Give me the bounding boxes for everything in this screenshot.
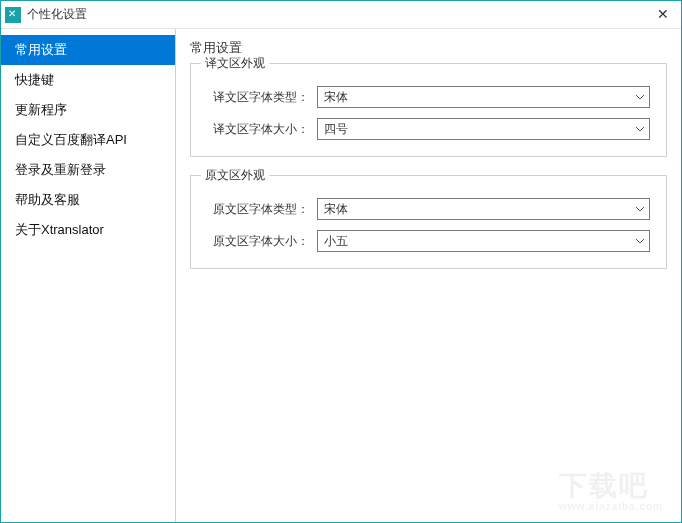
select-value: 小五 [324,233,348,250]
sidebar-item-3[interactable]: 自定义百度翻译API [1,125,175,155]
select-source-font-type[interactable]: 宋体 [317,198,650,220]
sidebar: 常用设置快捷键更新程序自定义百度翻译API登录及重新登录帮助及客服关于Xtran… [1,29,176,522]
sidebar-item-4[interactable]: 登录及重新登录 [1,155,175,185]
select-value: 宋体 [324,201,348,218]
label-source-font-size: 原文区字体大小： [207,233,317,250]
chevron-down-icon [635,124,645,134]
select-translation-font-type[interactable]: 宋体 [317,86,650,108]
watermark-sub: www.xiazaiba.com [559,501,663,512]
row-translation-font-type: 译文区字体类型： 宋体 [207,86,650,108]
group-legend-source: 原文区外观 [201,167,269,184]
watermark: 下载吧 www.xiazaiba.com [559,467,663,512]
group-source-appearance: 原文区外观 原文区字体类型： 宋体 原文区字体大小： 小五 [190,175,667,269]
chevron-down-icon [635,204,645,214]
group-translation-appearance: 译文区外观 译文区字体类型： 宋体 译文区字体大小： 四号 [190,63,667,157]
row-source-font-type: 原文区字体类型： 宋体 [207,198,650,220]
select-source-font-size[interactable]: 小五 [317,230,650,252]
window-title: 个性化设置 [27,6,651,23]
titlebar: 个性化设置 ✕ [1,1,681,29]
label-translation-font-type: 译文区字体类型： [207,89,317,106]
chevron-down-icon [635,92,645,102]
close-button[interactable]: ✕ [651,5,675,25]
window-body: 常用设置快捷键更新程序自定义百度翻译API登录及重新登录帮助及客服关于Xtran… [1,29,681,522]
chevron-down-icon [635,236,645,246]
select-value: 宋体 [324,89,348,106]
app-icon [5,7,21,23]
select-translation-font-size[interactable]: 四号 [317,118,650,140]
sidebar-item-1[interactable]: 快捷键 [1,65,175,95]
label-source-font-type: 原文区字体类型： [207,201,317,218]
settings-window: 个性化设置 ✕ 常用设置快捷键更新程序自定义百度翻译API登录及重新登录帮助及客… [0,0,682,523]
sidebar-item-2[interactable]: 更新程序 [1,95,175,125]
watermark-main: 下载吧 [559,470,649,501]
content-panel: 常用设置 译文区外观 译文区字体类型： 宋体 译文区字体大小： 四号 [176,29,681,522]
sidebar-item-0[interactable]: 常用设置 [1,35,175,65]
row-source-font-size: 原文区字体大小： 小五 [207,230,650,252]
sidebar-item-5[interactable]: 帮助及客服 [1,185,175,215]
group-legend-translation: 译文区外观 [201,55,269,72]
sidebar-item-6[interactable]: 关于Xtranslator [1,215,175,245]
select-value: 四号 [324,121,348,138]
label-translation-font-size: 译文区字体大小： [207,121,317,138]
row-translation-font-size: 译文区字体大小： 四号 [207,118,650,140]
